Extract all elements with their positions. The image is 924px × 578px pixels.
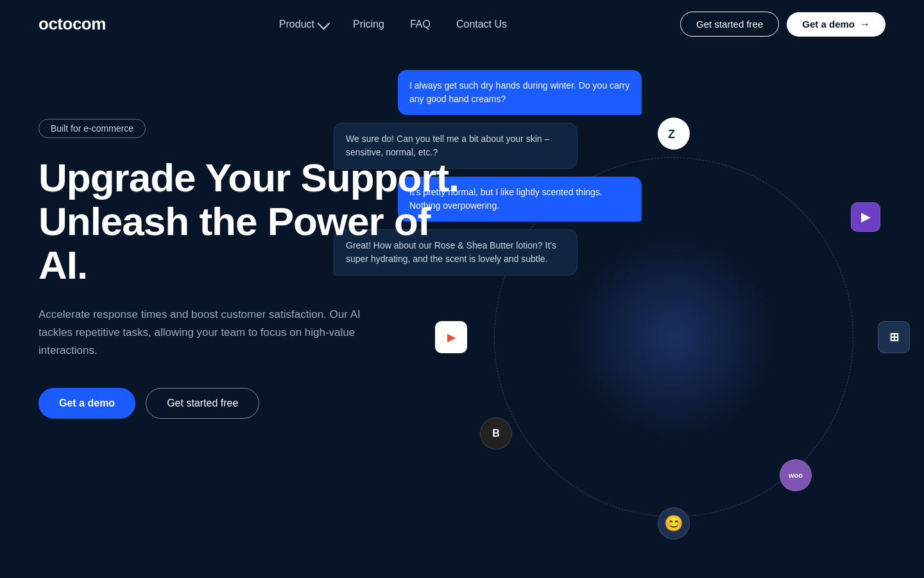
navbar: octocom Product Pricing FAQ Contact Us G… — [0, 0, 924, 48]
grid-icon: ⊞ — [889, 330, 899, 344]
get-demo-button[interactable]: Get a demo → — [787, 12, 886, 37]
avatar-node: 😊 — [658, 507, 690, 539]
hero-title: Upgrade Your Support. Unleash the Power … — [38, 156, 462, 288]
hero-title-line1: Upgrade Your Support. — [38, 155, 459, 200]
hero-demo-button[interactable]: Get a demo — [38, 388, 135, 419]
nav-item-product[interactable]: Product — [279, 19, 327, 30]
arrow-right-icon: → — [860, 19, 870, 30]
hero-visual: Z 🛒 ▶ B woo 😊 ⊞ ▶ — [424, 100, 924, 575]
get-demo-label: Get a demo — [802, 19, 855, 30]
hero-description: Accelerate response times and boost cust… — [38, 306, 385, 360]
nav-pricing-link[interactable]: Pricing — [353, 19, 384, 30]
other-node-right: ⊞ — [878, 321, 910, 353]
hero-title-line2: Unleash the Power of AI. — [38, 199, 430, 287]
logo[interactable]: octocom — [38, 14, 106, 34]
nav-buttons: Get started free Get a demo → — [680, 12, 886, 37]
hero-cta: Get a demo Get started free — [38, 388, 462, 419]
bigcommerce-icon: B — [492, 428, 500, 439]
bigcommerce-node: B — [480, 417, 512, 450]
chevron-down-icon — [318, 17, 330, 30]
svg-text:Z: Z — [668, 128, 675, 141]
nav-links: Product Pricing FAQ Contact Us — [279, 19, 507, 30]
hero-section: Built for e-commerce Upgrade Your Suppor… — [0, 48, 924, 419]
zendesk-node: Z — [658, 118, 690, 150]
purple-node: ▶ — [851, 202, 880, 232]
nav-pricing-label: Pricing — [353, 19, 384, 30]
nav-item-faq[interactable]: FAQ — [410, 19, 431, 30]
nav-product-label: Product — [279, 19, 314, 30]
avatar-icon: 😊 — [664, 514, 683, 532]
woocommerce-icon: woo — [789, 471, 803, 479]
nav-contact-link[interactable]: Contact Us — [456, 19, 507, 30]
hero-left: Built for e-commerce Upgrade Your Suppor… — [38, 100, 462, 419]
hero-start-button[interactable]: Get started free — [146, 388, 259, 419]
nav-item-pricing[interactable]: Pricing — [353, 19, 384, 30]
nav-faq-label: FAQ — [410, 19, 431, 30]
purple-app-icon: ▶ — [861, 210, 870, 224]
nav-faq-link[interactable]: FAQ — [410, 19, 431, 30]
hero-badge: Built for e-commerce — [38, 119, 146, 138]
get-started-button[interactable]: Get started free — [680, 12, 779, 37]
nav-item-contact[interactable]: Contact Us — [456, 19, 507, 30]
woocommerce-node: woo — [780, 459, 812, 491]
nav-contact-label: Contact Us — [456, 19, 507, 30]
